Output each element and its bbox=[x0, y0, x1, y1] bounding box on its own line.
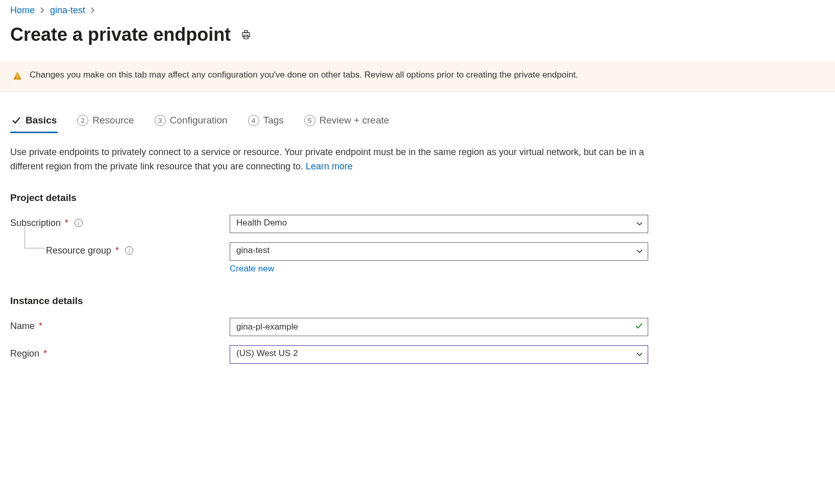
warning-icon bbox=[12, 71, 22, 83]
tab-basics[interactable]: Basics bbox=[10, 111, 58, 133]
name-input[interactable] bbox=[230, 318, 648, 336]
svg-rect-4 bbox=[17, 78, 18, 79]
print-icon[interactable] bbox=[241, 30, 251, 40]
tab-description: Use private endpoints to privately conne… bbox=[10, 145, 653, 174]
step-number: 4 bbox=[248, 115, 259, 126]
tab-resource[interactable]: 2 Resource bbox=[76, 111, 135, 133]
page-title: Create a private endpoint bbox=[10, 24, 231, 45]
info-icon[interactable]: i bbox=[125, 246, 133, 255]
region-select[interactable]: (US) West US 2 bbox=[230, 345, 648, 364]
warning-text: Changes you make on this tab may affect … bbox=[30, 70, 578, 80]
project-details-heading: Project details bbox=[10, 192, 825, 204]
svg-rect-1 bbox=[242, 33, 250, 37]
tab-configuration[interactable]: 3 Configuration bbox=[154, 111, 229, 133]
region-label: Region * bbox=[10, 345, 230, 359]
resource-group-label: Resource group * i bbox=[10, 242, 230, 256]
chevron-right-icon bbox=[90, 7, 95, 15]
tab-label: Basics bbox=[26, 115, 57, 126]
tab-tags[interactable]: 4 Tags bbox=[247, 111, 285, 133]
wizard-tabs: Basics 2 Resource 3 Configuration 4 Tags… bbox=[10, 111, 825, 133]
warning-banner: Changes you make on this tab may affect … bbox=[0, 61, 835, 92]
tab-label: Configuration bbox=[170, 115, 228, 126]
tree-indent-line bbox=[24, 226, 45, 248]
tab-label: Resource bbox=[92, 115, 134, 126]
info-icon[interactable]: i bbox=[75, 219, 83, 227]
tab-review-create[interactable]: 5 Review + create bbox=[303, 111, 390, 133]
resource-group-select[interactable]: gina-test bbox=[230, 242, 648, 261]
tab-label: Tags bbox=[263, 115, 284, 126]
breadcrumb: Home gina-test bbox=[10, 0, 825, 24]
breadcrumb-home[interactable]: Home bbox=[10, 5, 35, 16]
instance-details-heading: Instance details bbox=[10, 295, 825, 307]
checkmark-icon bbox=[11, 115, 21, 125]
step-number: 5 bbox=[304, 115, 315, 126]
breadcrumb-item[interactable]: gina-test bbox=[50, 5, 85, 16]
required-indicator: * bbox=[43, 348, 47, 359]
required-indicator: * bbox=[39, 321, 42, 332]
step-number: 3 bbox=[155, 115, 166, 126]
required-indicator: * bbox=[115, 245, 119, 256]
create-new-link[interactable]: Create new bbox=[230, 264, 274, 274]
learn-more-link[interactable]: Learn more bbox=[306, 161, 353, 171]
name-label: Name * bbox=[10, 318, 230, 332]
svg-rect-3 bbox=[17, 74, 18, 77]
subscription-select[interactable]: Health Demo bbox=[230, 215, 648, 233]
tab-label: Review + create bbox=[320, 115, 389, 126]
chevron-right-icon bbox=[40, 7, 45, 15]
step-number: 2 bbox=[77, 115, 88, 126]
required-indicator: * bbox=[65, 218, 68, 229]
